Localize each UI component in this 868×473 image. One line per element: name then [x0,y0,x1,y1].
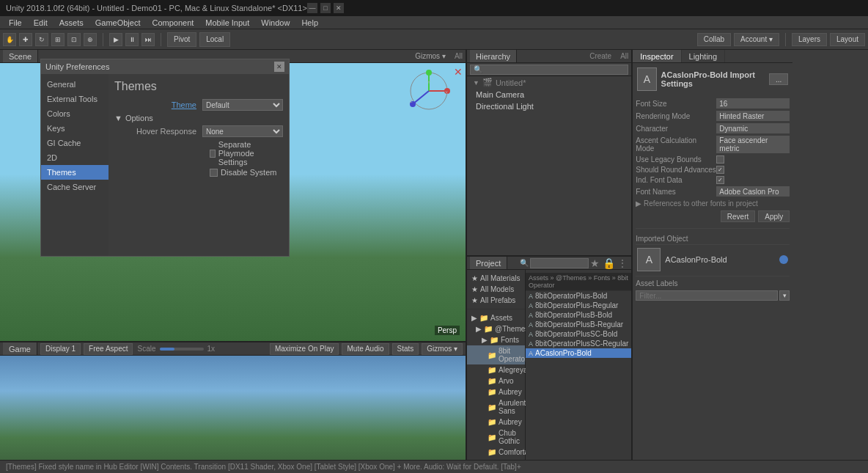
prefs-nav-external-tools[interactable]: External Tools [41,92,108,106]
prefs-close-button[interactable]: ✕ [274,62,284,72]
menu-mobile-input[interactable]: Mobile Input [199,16,255,29]
prefs-nav-keys[interactable]: Keys [41,121,108,136]
prefs-hover-select[interactable]: None [202,125,283,137]
mute-audio-button[interactable]: Mute Audio [342,343,389,355]
rendering-mode-value[interactable]: Hinted Raster [716,111,790,121]
tool-rotate[interactable]: ↻ [35,33,48,46]
collab-button[interactable]: Collab [697,33,731,46]
font-size-value[interactable]: 16 [716,98,790,109]
close-button[interactable]: ✕ [334,3,344,13]
menu-help[interactable]: Help [295,16,324,29]
prefs-disable-checkbox[interactable] [210,169,218,177]
project-menu-icon[interactable]: ⋮ [617,258,628,268]
chub-gothic-folder[interactable]: 📁 Chub Gothic [467,428,525,447]
asset-8bitplusb-bold[interactable]: A 8bitOperatorPlusB-Bold [526,310,631,320]
asset-8bitplus-regular[interactable]: A 8bitOperatorPlus-Regular [526,301,631,310]
hierarchy-create-button[interactable]: Create [586,52,614,60]
scene-close-icon[interactable]: ✕ [454,66,463,78]
menu-file[interactable]: File [3,16,28,29]
apply-button[interactable]: Apply [758,210,790,222]
step-button[interactable]: ⏭ [141,33,155,46]
account-button[interactable]: Account ▾ [734,33,779,46]
comfortaa-folder[interactable]: 📁 Comfortaa [467,447,525,458]
gizmos-button[interactable]: Gizmos ▾ [412,52,449,60]
fav-item-prefabs[interactable]: ★ All Prefabs [467,295,525,306]
display-button[interactable]: Display 1 [40,343,81,355]
tool-rect[interactable]: ⊡ [67,33,81,46]
arvo-folder[interactable]: 📁 Arvo [467,375,525,386]
prefs-theme-select[interactable]: Default [202,99,283,111]
font-names-value[interactable]: Adobe Caslon Pro [716,186,790,197]
game-gizmos-button[interactable]: Gizmos ▾ [422,343,463,355]
maximize-button[interactable]: □ [320,3,331,13]
themes-folder-item[interactable]: ▶ 📁 @Themes [467,323,525,334]
menu-gameobject[interactable]: GameObject [89,16,147,29]
ind-font-checkbox[interactable] [716,176,724,184]
aurulent-folder[interactable]: 📁 Aurulent Sans [467,397,525,417]
play-button[interactable]: ▶ [109,33,122,46]
alegreya-folder[interactable]: 📁 Alegreya [467,364,525,375]
tool-scale[interactable]: ⊞ [51,33,65,46]
hierarchy-search-input[interactable] [470,65,628,75]
project-tab[interactable]: Project [470,257,507,269]
aubrey-folder[interactable]: 📁 Aubrey [467,386,525,397]
8bit-op-folder-item[interactable]: 📁 8bit Operator [467,345,525,364]
asset-8bitplus-bold[interactable]: A 8bitOperatorPlus-Bold [526,291,631,301]
stats-button[interactable]: Stats [392,343,419,355]
hierarchy-main-camera[interactable]: Main Camera [467,89,631,100]
prefs-nav-themes[interactable]: Themes [41,165,108,180]
asset-labels-button[interactable]: ▾ [779,290,790,301]
ascent-value[interactable]: Face ascender metric [716,136,790,153]
prefs-nav-general[interactable]: General [41,77,108,92]
hierarchy-scene-item[interactable]: ▼ 🎬 Untitled* [467,76,631,89]
fav-item-models[interactable]: ★ All Models [467,284,525,295]
prefs-nav-colors[interactable]: Colors [41,106,108,121]
inspector-import-button[interactable]: ... [769,73,788,85]
hierarchy-tab[interactable]: Hierarchy [470,50,517,62]
minimize-button[interactable]: — [307,3,317,13]
separator-1 [103,33,103,46]
layers-button[interactable]: Layers [792,33,827,46]
menu-window[interactable]: Window [255,16,295,29]
svg-text:Y: Y [427,80,430,84]
asset-acaslon-bold[interactable]: A ACaslonPro-Bold [526,348,631,358]
maximize-play-button[interactable]: Maximize On Play [270,343,339,355]
inspector-tab[interactable]: Inspector [633,50,681,62]
local-button[interactable]: Local [199,32,230,47]
scene-tab[interactable]: Scene [3,50,38,62]
asset-8bitplussc-regular[interactable]: A 8bitOperatorPlusSC-Regular [526,339,631,348]
tool-move[interactable]: ✚ [19,33,32,46]
pause-button[interactable]: ⏸ [125,33,139,46]
prefs-nav-cache-server[interactable]: Cache Server [41,180,108,194]
fav-item-materials[interactable]: ★ All Materials [467,273,525,284]
prefs-nav-2d[interactable]: 2D [41,150,108,165]
scale-slider[interactable] [160,348,204,351]
project-search-input[interactable] [530,258,589,268]
layout-button[interactable]: Layout [830,33,865,46]
pivot-button[interactable]: Pivot [167,32,196,47]
aspect-button[interactable]: Free Aspect [84,343,133,355]
prefs-separate-checkbox[interactable] [210,150,216,158]
lighting-tab[interactable]: Lighting [682,50,726,62]
revert-button[interactable]: Revert [721,210,755,222]
assets-root-item[interactable]: ▶ 📁 Assets [467,312,525,323]
project-star-icon[interactable]: ★ [589,257,601,269]
references-section[interactable]: ▶ References to other fonts in project [636,199,790,208]
asset-8bitplusb-regular[interactable]: A 8bitOperatorPlusB-Regular [526,320,631,329]
asset-labels-input[interactable] [636,290,778,301]
tool-hand[interactable]: ✋ [3,33,16,46]
character-value[interactable]: Dynamic [716,123,790,133]
chela-one-folder[interactable]: 📁 Aubrey [467,417,525,428]
prefs-nav-gi-cache[interactable]: GI Cache [41,136,108,150]
menu-component[interactable]: Component [146,16,199,29]
menu-edit[interactable]: Edit [28,16,54,29]
project-lock-icon[interactable]: 🔒 [601,257,617,269]
game-tab[interactable]: Game [3,342,37,355]
legacy-bounds-checkbox[interactable] [716,155,724,164]
hierarchy-directional-light[interactable]: Directional Light [467,100,631,112]
menu-assets[interactable]: Assets [54,16,89,29]
fonts-folder-item[interactable]: ▶ 📁 Fonts [467,334,525,345]
asset-8bitplussc-bold[interactable]: A 8bitOperatorPlusSC-Bold [526,329,631,339]
round-advances-checkbox[interactable] [716,166,724,174]
tool-all[interactable]: ⊕ [84,33,97,46]
